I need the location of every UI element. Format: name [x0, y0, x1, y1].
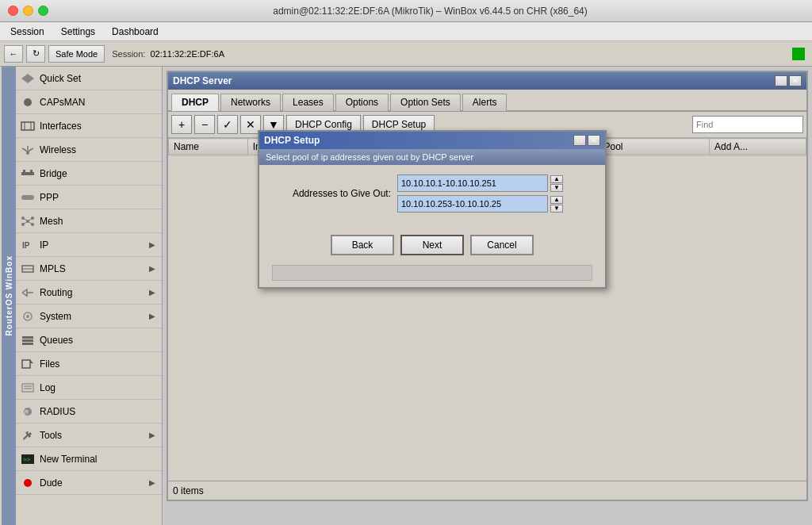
dialog-info-text: Select pool of ip addresses given out by… [266, 152, 473, 162]
spin-down-2[interactable]: ▼ [550, 205, 563, 213]
sidebar-item-wireless[interactable]: Wireless [14, 138, 162, 162]
cancel-button[interactable]: Cancel [470, 235, 534, 255]
safe-mode-button[interactable]: Safe Mode [48, 45, 105, 63]
wireless-icon [21, 144, 35, 155]
sidebar-item-capsman[interactable]: CAPsMAN [14, 90, 162, 114]
address2-input[interactable] [397, 195, 548, 213]
sidebar-label-quick-set: Quick Set [40, 73, 81, 84]
sidebar-item-bridge[interactable]: Bridge [14, 162, 162, 186]
dialog-restore-button[interactable]: □ [573, 135, 586, 146]
dude-icon [21, 477, 35, 489]
svg-rect-8 [30, 170, 33, 172]
sidebar-item-mesh[interactable]: Mesh [14, 209, 162, 233]
back-button[interactable]: Back [331, 235, 394, 255]
svg-point-23 [26, 315, 29, 318]
spin-up-1[interactable]: ▲ [550, 175, 563, 183]
svg-line-16 [28, 218, 33, 221]
sidebar-label-routing: Routing [40, 287, 72, 298]
sidebar-label-mpls: MPLS [40, 263, 66, 274]
svg-text:IP: IP [22, 241, 30, 250]
close-button[interactable] [8, 6, 18, 16]
sidebar-item-ppp[interactable]: PPP [14, 186, 162, 209]
tools-arrow: ▶ [149, 431, 155, 439]
mpls-icon [21, 263, 35, 274]
next-button[interactable]: Next [400, 235, 464, 255]
sidebar-item-tools[interactable]: Tools ▶ [14, 423, 162, 447]
svg-rect-27 [22, 360, 30, 368]
sidebar-item-routing[interactable]: Routing ▶ [14, 281, 162, 305]
traffic-lights [8, 6, 48, 16]
dialog-win-controls: □ ✕ [573, 135, 600, 146]
forward-button[interactable]: ↻ [26, 45, 45, 63]
back-button[interactable]: ← [4, 45, 23, 63]
sidebar-item-dude[interactable]: Dude ▶ [14, 471, 162, 495]
addresses-input-group: ▲ ▼ ▲ ▼ [397, 174, 563, 213]
svg-rect-29 [22, 384, 33, 392]
sidebar-label-dude: Dude [40, 477, 63, 489]
sidebar-label-ppp: PPP [40, 192, 59, 203]
sidebar-label-tools: Tools [40, 430, 62, 441]
sidebar-item-queues[interactable]: Queues [14, 328, 162, 352]
menu-dashboard[interactable]: Dashboard [105, 25, 165, 39]
queues-icon [21, 335, 35, 346]
sidebar-label-mesh: Mesh [40, 216, 63, 227]
dialog-close-button[interactable]: ✕ [588, 135, 600, 146]
svg-marker-28 [30, 360, 33, 363]
maximize-button[interactable] [38, 6, 48, 16]
sidebar-item-new-terminal[interactable]: >> New Terminal [14, 447, 162, 471]
sidebar-label-capsman: CAPsMAN [40, 97, 85, 108]
sidebar-item-interfaces[interactable]: Interfaces [14, 114, 162, 138]
dialog-content: Addresses to Give Out: ▲ ▼ [259, 165, 605, 228]
address1-input[interactable] [397, 174, 548, 192]
menu-settings[interactable]: Settings [55, 25, 102, 39]
winbox-text: RouterOS WinBox [5, 255, 13, 336]
dialog-info-bar: Select pool of ip addresses given out by… [259, 149, 605, 165]
sidebar-item-mpls[interactable]: MPLS ▶ [14, 257, 162, 281]
menu-bar: Session Settings Dashboard [0, 22, 812, 41]
routing-icon [21, 287, 35, 298]
session-value: 02:11:32:2E:DF:6A [150, 49, 224, 59]
sidebar-label-system: System [40, 311, 71, 322]
svg-marker-0 [21, 74, 34, 83]
svg-point-5 [26, 151, 29, 155]
bridge-icon [21, 168, 35, 179]
dude-arrow: ▶ [149, 478, 155, 487]
sidebar-label-new-terminal: New Terminal [40, 454, 97, 465]
interfaces-icon [21, 121, 35, 132]
system-icon [21, 311, 35, 322]
sidebar-label-log: Log [40, 382, 56, 393]
connection-indicator [792, 48, 805, 60]
mpls-arrow: ▶ [149, 264, 155, 273]
spin-up-2[interactable]: ▲ [550, 196, 563, 204]
sidebar-item-ip[interactable]: IP IP ▶ [14, 233, 162, 257]
menu-session[interactable]: Session [4, 25, 51, 39]
sidebar-item-quick-set[interactable]: Quick Set [14, 67, 162, 90]
svg-line-17 [23, 221, 28, 224]
sidebar: RouterOS WinBox Quick Set CAPsMAN Interf… [0, 67, 163, 525]
mesh-icon [21, 216, 35, 227]
spin-btn-2: ▲ ▼ [550, 196, 563, 213]
svg-rect-25 [22, 339, 33, 342]
sidebar-item-radius[interactable]: R RADIUS [14, 400, 162, 423]
sidebar-item-log[interactable]: Log [14, 376, 162, 400]
dialog-overlay: DHCP Setup □ ✕ Select pool of ip address… [163, 67, 812, 525]
sidebar-label-bridge: Bridge [40, 168, 67, 179]
dialog-progress-bar [272, 265, 592, 281]
svg-point-36 [24, 479, 32, 487]
dialog-title: DHCP Setup [264, 135, 573, 146]
svg-rect-2 [21, 122, 34, 130]
svg-rect-7 [23, 170, 25, 172]
sidebar-label-radius: RADIUS [40, 406, 75, 417]
dhcp-setup-dialog: DHCP Setup □ ✕ Select pool of ip address… [258, 130, 607, 289]
system-arrow: ▶ [149, 312, 155, 320]
sidebar-item-system[interactable]: System ▶ [14, 305, 162, 328]
sidebar-item-files[interactable]: Files [14, 352, 162, 376]
svg-point-1 [24, 98, 32, 106]
svg-rect-26 [22, 343, 33, 345]
log-icon [21, 382, 35, 393]
minimize-button[interactable] [23, 6, 33, 16]
spin-down-1[interactable]: ▼ [550, 184, 563, 192]
svg-rect-6 [21, 172, 34, 175]
files-icon [21, 358, 35, 370]
content-area: DHCP Server □ ✕ DHCP Networks Leases Opt… [163, 67, 812, 525]
